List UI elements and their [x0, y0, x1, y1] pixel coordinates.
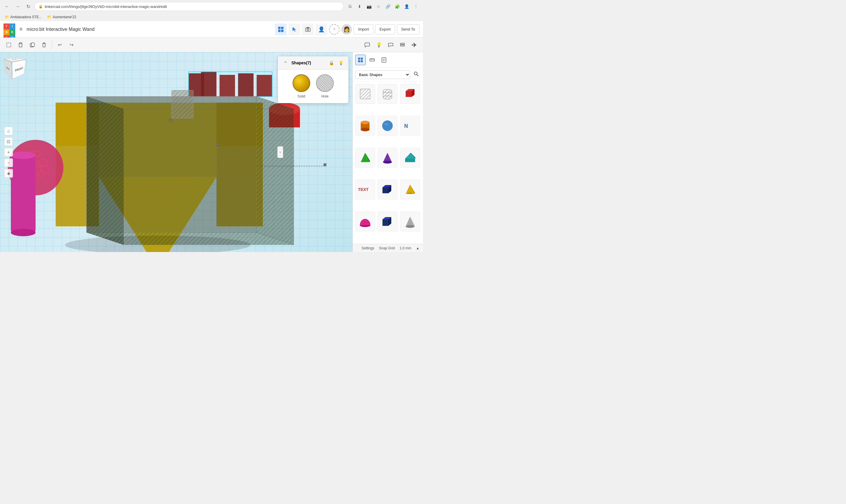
svg-rect-10 — [20, 42, 21, 44]
right-panel: Basic Shapes — [353, 52, 423, 252]
perspective-button[interactable]: ◈ — [4, 169, 13, 178]
svg-line-89 — [417, 75, 418, 76]
svg-marker-116 — [382, 187, 388, 193]
svg-point-71 — [11, 229, 36, 236]
export-button[interactable]: Export — [375, 24, 395, 34]
box-solid-red[interactable] — [400, 84, 420, 104]
download-btn[interactable]: ⬇ — [356, 2, 364, 11]
person-button[interactable]: 👤 — [316, 23, 327, 35]
sphere-blue-icon — [380, 119, 395, 133]
notes-panel-button[interactable] — [379, 55, 389, 65]
lightbulb-button[interactable]: 💡 — [374, 40, 384, 50]
svg-rect-76 — [361, 58, 363, 60]
svg-rect-2 — [278, 30, 281, 32]
redo-button[interactable]: ↪ — [66, 40, 77, 50]
cylinder-hole-icon — [380, 87, 395, 101]
svg-marker-47 — [87, 97, 124, 245]
undo-button[interactable]: ↩ — [54, 40, 65, 50]
duplicate-button[interactable] — [27, 40, 38, 50]
logo-t: T — [3, 23, 10, 29]
box-hole-shape[interactable] — [355, 84, 375, 104]
pyramid-green-shape[interactable] — [355, 148, 375, 168]
profile-btn[interactable]: 👤 — [402, 2, 411, 11]
hole-option[interactable]: Hole — [316, 74, 334, 98]
mirror-button[interactable] — [409, 40, 419, 50]
star-btn[interactable]: ☆ — [374, 2, 382, 11]
google-btn[interactable]: G — [346, 2, 354, 11]
box-navy2-shape[interactable] — [377, 212, 397, 231]
select-button[interactable] — [3, 40, 14, 50]
roof-teal-shape[interactable] — [400, 148, 420, 168]
home-view-button[interactable]: ⌂ — [4, 127, 13, 136]
project-title: micro:bit Interactive Magic Wand — [27, 27, 272, 32]
dome-pink-shape[interactable] — [355, 212, 375, 231]
grid-view-button[interactable] — [275, 23, 287, 35]
address-bar[interactable]: 🔒 tinkercad.com/things/j9ge39OyVbD-micro… — [35, 2, 344, 11]
import-button[interactable]: Import — [354, 24, 373, 34]
settings-button[interactable]: Settings — [362, 246, 374, 250]
back-button[interactable]: ← — [3, 2, 11, 11]
refresh-button[interactable]: ↻ — [24, 2, 32, 11]
inspector-light-button[interactable]: 💡 — [337, 59, 344, 66]
svg-marker-4 — [292, 27, 296, 32]
pyramid-yellow-shape[interactable] — [400, 179, 420, 199]
screenshot-btn[interactable]: 📷 — [365, 2, 373, 11]
svg-rect-78 — [361, 60, 363, 62]
cone-gray-shape[interactable] — [400, 212, 420, 231]
hole-circle — [316, 74, 334, 92]
navigation-cube[interactable]: FRONT LEFT RIGHT TOP — [5, 57, 25, 77]
svg-marker-126 — [406, 216, 414, 227]
ruler-panel-button[interactable] — [367, 55, 377, 65]
speech-button[interactable] — [385, 40, 396, 50]
camera-button[interactable] — [302, 23, 314, 35]
shapes-dropdown[interactable]: Basic Shapes — [355, 71, 410, 79]
comment-button[interactable] — [362, 40, 373, 50]
paste-button[interactable] — [15, 40, 26, 50]
bookmark-2[interactable]: 📁 Aumentame'22 — [45, 14, 78, 20]
comment-icon — [364, 42, 370, 48]
grid-icon — [278, 26, 284, 32]
extensions-btn[interactable]: 🧩 — [393, 2, 401, 11]
svg-point-103 — [361, 128, 370, 131]
cone-purple-icon — [380, 150, 395, 165]
dashboard-button[interactable]: ≡ — [18, 25, 24, 34]
inspector-collapse-button[interactable]: ^ — [282, 59, 289, 66]
grid-panel-button[interactable] — [355, 55, 366, 65]
cylinder-hole-shape[interactable] — [377, 84, 397, 104]
user-avatar[interactable]: 👩 — [341, 24, 352, 35]
search-button[interactable] — [412, 70, 421, 79]
svg-marker-20 — [414, 43, 416, 47]
tinkercad-logo[interactable]: T I N K E R C A — [3, 23, 15, 35]
text-3d-icon: N — [403, 119, 417, 133]
cone-purple-shape[interactable] — [377, 148, 397, 168]
text-red-shape[interactable]: TEXT — [355, 179, 375, 199]
forward-button[interactable]: → — [14, 2, 22, 11]
delete-button[interactable] — [39, 40, 49, 50]
inspector-lock-button[interactable]: 🔒 — [328, 59, 335, 66]
link-btn[interactable]: 🔗 — [384, 2, 392, 11]
svg-marker-98 — [406, 91, 412, 97]
pick-tool-button[interactable] — [288, 23, 300, 35]
solid-option[interactable]: Solid — [292, 74, 310, 98]
notes-panel-icon — [381, 57, 387, 63]
layers-button[interactable] — [397, 40, 408, 50]
box-navy-shape[interactable] — [377, 179, 397, 199]
zoom-out-button[interactable]: − — [4, 158, 13, 167]
sphere-blue-shape[interactable] — [377, 116, 397, 136]
send-to-button[interactable]: Send To — [397, 24, 419, 34]
svg-text:TEXT: TEXT — [358, 187, 369, 192]
inspector-header: ^ Shapes(7) 🔒 💡 — [278, 56, 348, 70]
svg-rect-1 — [281, 27, 284, 29]
zoom-in-button[interactable]: + — [4, 148, 13, 157]
text-3d-shape[interactable]: N — [400, 116, 420, 136]
text-red-icon: TEXT — [358, 182, 373, 197]
svg-rect-114 — [405, 159, 415, 162]
viewport[interactable]: FRONT LEFT RIGHT TOP ⌂ ⊡ + − ◈ ^ — [0, 52, 353, 252]
menu-btn[interactable]: ⋮ — [412, 2, 420, 11]
panel-chevron[interactable]: › — [277, 146, 283, 158]
cylinder-orange-shape[interactable] — [355, 116, 375, 136]
bookmark-1[interactable]: 📁 Ambaixadora STE... — [3, 14, 43, 20]
add-user-button[interactable]: + — [329, 24, 340, 35]
toolbar: ↩ ↪ 💡 — [0, 38, 423, 52]
fit-view-button[interactable]: ⊡ — [4, 137, 13, 146]
